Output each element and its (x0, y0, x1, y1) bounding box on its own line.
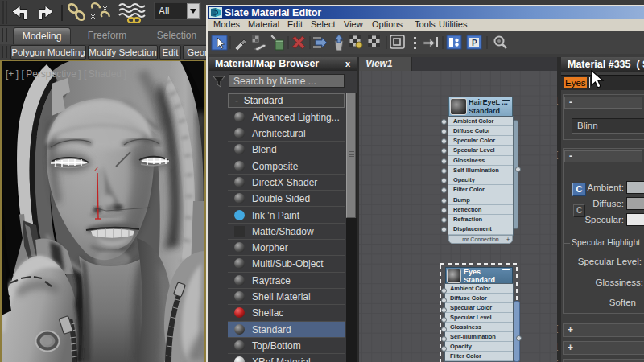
svg-text:All: All (159, 6, 169, 17)
svg-text:Z: Z (94, 165, 99, 173)
svg-text:P: P (472, 39, 477, 47)
